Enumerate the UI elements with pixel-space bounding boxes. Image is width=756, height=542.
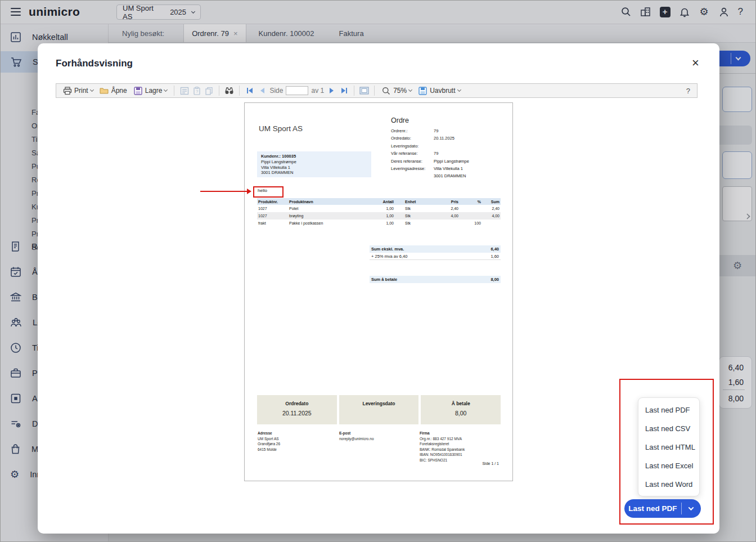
customer-address: Villa Villekulla 1 <box>261 165 367 171</box>
first-page-button[interactable] <box>245 86 254 95</box>
info-label: Ordrenr.: <box>391 127 434 135</box>
info-label: Vår referanse: <box>391 150 434 157</box>
info-value: 79 <box>434 127 438 135</box>
col-produktnr: Produktnr. <box>257 198 288 205</box>
folder-icon <box>100 86 109 95</box>
info-value: 79 <box>434 150 438 157</box>
menu-item-download-csv[interactable]: Last ned CSV <box>638 419 699 438</box>
toolbar-separator <box>219 86 219 96</box>
screen: unimicro UM Sport AS 2025 + ⚙ ? Nylig be… <box>0 0 756 542</box>
info-value: Villa Villekulla 13001 DRAMMEN <box>434 165 466 180</box>
col-percent: % <box>460 198 482 205</box>
doc-type-title: Ordre <box>391 117 409 124</box>
customer-name: Pippi Langstrømpe <box>261 159 367 165</box>
annotation-arrow <box>200 191 248 192</box>
side-label: Side <box>269 87 283 95</box>
last-page-button[interactable] <box>339 86 349 95</box>
preview-modal: Forhåndsvisning × Print Åpne Lagre <box>38 43 719 534</box>
doc-totals: Sum ekskl. mva.6,40 + 25% mva av 6,401,6… <box>370 245 501 283</box>
chevron-down-icon <box>90 88 94 92</box>
summary-box-leveringsdato: Leveringsdato <box>339 395 419 424</box>
layout-mode-select[interactable]: Uavbrutt <box>416 86 462 95</box>
find-binoculars-icon[interactable] <box>224 86 234 95</box>
customer-city: 3001 DRAMMEN <box>261 170 367 176</box>
doc-info-block: Ordrenr.:79 Ordredato:20.11.2025 Leverin… <box>391 127 469 180</box>
col-pris: Pris <box>429 198 460 205</box>
toolbar-separator <box>374 86 375 96</box>
info-value: Pippi Langstrømpe <box>434 158 469 165</box>
page-width-view-icon[interactable] <box>359 86 369 95</box>
col-sum: Sum <box>482 198 501 205</box>
print-label: Print <box>74 87 88 95</box>
chevron-down-icon <box>457 88 461 92</box>
table-row: 1027brøyting1,00Stk4,004,00 <box>257 212 501 220</box>
document-page: UM Sport AS Ordre Ordrenr.:79 Ordredato:… <box>244 102 513 481</box>
table-row: 1027Potet1,00Stk2,402,40 <box>257 205 501 212</box>
save-button[interactable]: Lagre <box>132 86 169 95</box>
total-row: Sum ekskl. mva.6,40 <box>370 245 501 253</box>
info-label: Leveringsdato: <box>391 142 434 150</box>
chevron-down-icon <box>688 505 694 510</box>
menu-item-download-pdf[interactable]: Last ned PDF <box>638 401 699 419</box>
previous-page-button[interactable] <box>257 86 267 95</box>
doc-free-text: hello <box>258 188 267 193</box>
magnifier-icon <box>381 86 391 95</box>
page-total: av 1 <box>311 87 324 95</box>
customer-number: Kundenr.: 100035 <box>261 154 367 159</box>
save-floppy-icon <box>133 86 143 95</box>
chevron-down-icon <box>164 88 168 92</box>
total-row: + 25% mva av 6,401,60 <box>370 253 501 260</box>
download-pdf-button[interactable]: Last ned PDF <box>624 499 701 518</box>
col-antall: Antall <box>372 198 395 205</box>
info-label: Ordredato: <box>391 135 434 142</box>
continuous-layout-icon <box>418 86 428 95</box>
menu-item-download-excel[interactable]: Last ned Excel <box>638 456 699 475</box>
info-label: Leveringsadresse: <box>391 165 434 180</box>
open-button[interactable]: Åpne <box>98 86 129 95</box>
clipboard-help-icon[interactable]: ? <box>192 86 201 95</box>
menu-item-download-word[interactable]: Last ned Word <box>638 475 699 494</box>
save-label: Lagre <box>145 87 163 95</box>
table-row: fraktPakke i postkassen1,00Stk100 <box>257 220 501 227</box>
zoom-select[interactable]: 75% <box>380 86 413 95</box>
layout-mode-value: Uavbrutt <box>430 87 455 95</box>
total-row: Sum å betale8,00 <box>370 276 501 283</box>
modal-title: Forhåndsvisning <box>56 58 133 69</box>
print-button[interactable]: Print <box>61 86 95 95</box>
doc-product-table: Produktnr. Produktnavn Antall Enhet Pris… <box>257 198 501 227</box>
preview-toolbar: Print Åpne Lagre ? <box>56 83 698 98</box>
open-label: Åpne <box>111 87 127 95</box>
report-properties-icon[interactable] <box>179 86 189 95</box>
doc-customer-box: Kundenr.: 100035 Pippi Langstrømpe Villa… <box>257 151 371 177</box>
toolbar-separator <box>239 86 240 96</box>
col-enhet: Enhet <box>395 198 429 205</box>
next-page-button[interactable] <box>327 86 336 95</box>
page-number-input[interactable] <box>286 86 308 95</box>
toolbar-separator <box>174 86 174 96</box>
info-value: 20.11.2025 <box>434 135 454 142</box>
close-modal-icon[interactable]: × <box>692 56 699 70</box>
download-menu: Last ned PDF Last ned CSV Last ned HTML … <box>638 397 700 496</box>
printer-icon <box>62 86 72 95</box>
chevron-down-icon <box>408 88 412 92</box>
info-label: Deres referanse: <box>391 158 434 165</box>
doc-summary-boxes: Ordredato20.11.2025 Leveringsdato Å beta… <box>257 395 501 424</box>
copy-pages-icon[interactable] <box>204 86 214 95</box>
doc-footer: Adresse UM Sport AS Grandfjøra 26 6415 M… <box>258 431 501 463</box>
col-produktnavn: Produktnavn <box>288 198 372 205</box>
table-header-row: Produktnr. Produktnavn Antall Enhet Pris… <box>257 198 501 205</box>
page-indicator: Side 1 / 1 <box>482 462 499 465</box>
divider <box>681 503 682 514</box>
doc-company-name: UM Sport AS <box>259 124 303 133</box>
summary-box-abetale: Å betale8,00 <box>421 395 501 424</box>
toolbar-help[interactable]: ? <box>686 87 692 95</box>
menu-item-download-html[interactable]: Last ned HTML <box>638 438 699 456</box>
svg-text:?: ? <box>196 89 199 94</box>
zoom-value: 75% <box>393 87 407 95</box>
toolbar-separator <box>354 86 354 96</box>
summary-box-ordredato: Ordredato20.11.2025 <box>257 395 337 424</box>
download-button-label: Last ned PDF <box>624 504 681 513</box>
